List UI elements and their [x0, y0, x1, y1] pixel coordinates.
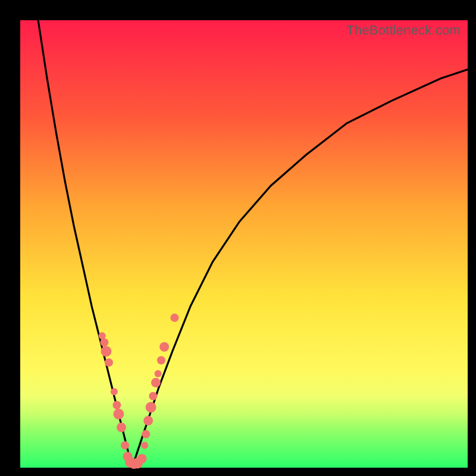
data-point [121, 441, 129, 449]
data-point [151, 378, 161, 387]
curve-left-curve [38, 20, 132, 468]
data-point [143, 416, 153, 425]
data-point [99, 332, 106, 339]
data-point [137, 454, 147, 464]
curve-right-curve [132, 70, 468, 468]
data-point [155, 370, 162, 377]
data-point [105, 358, 113, 367]
chart-frame: TheBottleneck.com [0, 0, 476, 476]
data-point [100, 338, 108, 346]
data-point [159, 342, 169, 352]
data-point [142, 430, 150, 439]
data-point [112, 401, 121, 409]
chart-svg [20, 20, 468, 468]
data-point [146, 402, 156, 413]
data-point [149, 392, 157, 400]
data-point [170, 314, 178, 322]
data-point [117, 422, 126, 432]
data-point [111, 388, 118, 395]
plot-area: TheBottleneck.com [20, 20, 468, 468]
data-point [113, 409, 124, 419]
data-point [141, 441, 148, 449]
data-point [101, 346, 111, 357]
data-point [157, 356, 165, 365]
